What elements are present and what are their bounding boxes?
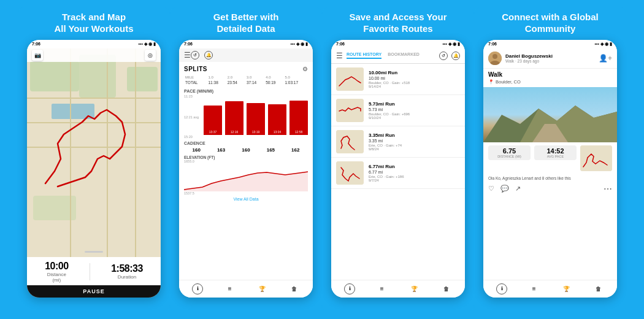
user-name: Daniel Boguszewski bbox=[505, 53, 599, 59]
pause-button[interactable]: PAUSE bbox=[27, 285, 161, 298]
route-item-4[interactable]: 6.77mi Run 6.77 mi Erie, CO · Gain: +186… bbox=[331, 158, 465, 189]
col-2: 2.0 bbox=[226, 75, 245, 80]
community-content: Walk 📍 Boulder, CO bbox=[483, 69, 617, 280]
route-thumb-svg-1 bbox=[336, 67, 364, 91]
trophy-icon-4[interactable]: 🏆 bbox=[561, 283, 572, 294]
trophy-icon-3[interactable]: 🏆 bbox=[408, 283, 420, 294]
trophy-icon[interactable]: 🏆 bbox=[256, 283, 267, 294]
bell-icon-3[interactable]: 🔔 bbox=[451, 52, 460, 60]
panel-routes-title: Save and Access YourFavorite Routes bbox=[350, 12, 447, 35]
info-icon-3[interactable]: ℹ bbox=[344, 283, 355, 294]
status-icons-4: ▪▪▪ ◈ ◉ ▮ bbox=[595, 42, 612, 47]
wifi-icon-2: ◈ bbox=[296, 42, 299, 47]
splits-content: SPLITS ⚙ MILE 1.0 2.0 3.0 4.0 5.0 TOTAL … bbox=[179, 62, 313, 280]
distance-box-label: DISTANCE (MI) bbox=[492, 155, 527, 158]
bar-wrapper-2: 12:16 bbox=[225, 101, 243, 135]
camera-icon[interactable]: 📷 bbox=[32, 50, 43, 61]
route-item-3[interactable]: 3.35mi Run 3.35 mi Erie, CO · Gain: +74 … bbox=[331, 126, 465, 158]
pace-bottom-val: 15:20 bbox=[184, 135, 308, 139]
route-date-1: 9/14/24 bbox=[369, 85, 460, 88]
list-icon[interactable]: ≡ bbox=[224, 283, 236, 294]
view-all-data[interactable]: View All Data bbox=[184, 197, 308, 201]
cadence-label: CADENCE bbox=[184, 141, 308, 145]
list-icon-3[interactable]: ≡ bbox=[377, 283, 388, 294]
tab-container: ROUTE HISTORY BOOKMARKED bbox=[347, 52, 420, 59]
route-item-2[interactable]: 5.73mi Run 5.73 mi Boulder, CO · Gain: +… bbox=[331, 95, 465, 126]
total-2: 23:54 bbox=[226, 80, 245, 85]
time-4: 7:06 bbox=[488, 42, 497, 46]
phone-frame-splits: 7:06 ▪▪▪ ◈ ◉ ▮ ☰ ↺ 🔔 SPLITS bbox=[179, 40, 313, 298]
bar-wrapper-5: 12:58 bbox=[289, 101, 308, 135]
compass-icon[interactable]: ◎ bbox=[145, 50, 156, 61]
map-nav-bar: 📷 ◎ bbox=[27, 48, 161, 62]
duration-label: Duration bbox=[111, 274, 143, 280]
hamburger-icon-3[interactable]: ☰ bbox=[336, 52, 343, 60]
route-name-1: 10.00mi Run bbox=[369, 70, 460, 75]
stats-overlay: 6.75 DISTANCE (MI) 14:52 AVG PACE bbox=[483, 142, 617, 174]
trash-icon[interactable]: 🗑 bbox=[289, 283, 300, 294]
route-date-3: 9/8/24 bbox=[369, 147, 460, 151]
route-thumb-svg-2 bbox=[336, 99, 364, 122]
location-icon-2: ◉ bbox=[301, 42, 304, 47]
bar-label-1: 13:37 bbox=[204, 130, 222, 134]
duration-value: 1:58:33 bbox=[111, 263, 143, 274]
pace-chart-label: PACE (MIN/MI) bbox=[184, 89, 308, 93]
signal-icon-2: ▪▪▪ bbox=[291, 42, 295, 46]
wifi-icon: ◈ bbox=[144, 42, 147, 47]
more-icon[interactable]: ⋯ bbox=[604, 184, 612, 194]
route-svg bbox=[27, 48, 161, 257]
likes-row: Ola Ko, Agnieszka Lenart and 8 others li… bbox=[483, 174, 617, 182]
hamburger-icon[interactable]: ☰ bbox=[184, 51, 191, 60]
heart-icon[interactable]: ♡ bbox=[488, 185, 494, 193]
route-thumb-3 bbox=[336, 130, 364, 153]
tab-route-history[interactable]: ROUTE HISTORY bbox=[347, 52, 381, 59]
elev-bottom: 1537.5 bbox=[184, 191, 308, 195]
cadence-section: CADENCE 160 163 160 165 162 bbox=[184, 141, 308, 153]
share-icon[interactable]: ↗ bbox=[515, 185, 521, 193]
time-1: 7:06 bbox=[32, 42, 40, 46]
panel-splits: Get Better withDetailed Data 7:06 ▪▪▪ ◈ … bbox=[170, 7, 322, 312]
elev-top: 1655.0 bbox=[184, 160, 308, 163]
pace-avg-label: 12:21 avg bbox=[184, 115, 199, 119]
panel-splits-title: Get Better withDetailed Data bbox=[213, 12, 279, 35]
stats-bar: 10:00 Distance(mi) 1:58:33 Duration bbox=[27, 257, 161, 285]
distance-value: 10:00 bbox=[45, 261, 68, 272]
route-thumb-2 bbox=[336, 99, 364, 122]
panel-community-title: Connect with a GlobalCommunity bbox=[502, 12, 599, 35]
history-icon[interactable]: ↺ bbox=[191, 51, 199, 60]
elev-svg bbox=[184, 164, 308, 191]
history-icon-3[interactable]: ↺ bbox=[439, 52, 448, 60]
battery-icon-3: ▮ bbox=[458, 42, 460, 47]
bottom-bar-2: ℹ ≡ 🏆 🗑 bbox=[179, 280, 313, 298]
status-icons-2: ▪▪▪ ◈ ◉ ▮ bbox=[291, 42, 308, 47]
tab-bookmarked[interactable]: BOOKMARKED bbox=[388, 52, 420, 59]
route-distance-1: 10.00 mi bbox=[369, 76, 460, 80]
bell-icon[interactable]: 🔔 bbox=[204, 51, 213, 60]
info-icon-4[interactable]: ℹ bbox=[496, 283, 507, 294]
cadence-4: 165 bbox=[267, 147, 275, 153]
status-icons-1: ▪▪▪ ◈ ◉ ▮ bbox=[139, 42, 156, 47]
phone-frame-track: 7:06 ▪▪▪ ◈ ◉ ▮ bbox=[27, 40, 161, 298]
bar-wrapper-3: 13:19 bbox=[247, 103, 265, 135]
battery-icon-2: ▮ bbox=[305, 42, 308, 47]
elevation-chart bbox=[184, 164, 308, 191]
add-user-icon[interactable]: 👤+ bbox=[599, 54, 612, 63]
gear-icon[interactable]: ⚙ bbox=[302, 66, 308, 72]
route-item-1[interactable]: 10.00mi Run 10.00 mi Boulder, CO · Gain:… bbox=[331, 64, 465, 95]
route-date-2: 9/10/24 bbox=[369, 116, 460, 120]
comment-icon[interactable]: 💬 bbox=[500, 185, 509, 193]
trash-icon-4[interactable]: 🗑 bbox=[593, 283, 604, 294]
info-icon[interactable]: ℹ bbox=[192, 283, 203, 294]
col-3: 3.0 bbox=[245, 75, 264, 80]
status-bar-2: 7:06 ▪▪▪ ◈ ◉ ▮ bbox=[179, 40, 313, 48]
route-date-4: 9/7/24 bbox=[369, 179, 460, 182]
total-5: 1:03:17 bbox=[283, 80, 308, 85]
svg-rect-3 bbox=[336, 161, 364, 185]
panel-routes: Save and Access YourFavorite Routes 7:06… bbox=[322, 7, 474, 312]
route-name-2: 5.73mi Run bbox=[369, 101, 460, 107]
list-icon-4[interactable]: ≡ bbox=[529, 283, 540, 294]
cadence-row: 160 163 160 165 162 bbox=[184, 147, 308, 153]
trash-icon-3[interactable]: 🗑 bbox=[441, 283, 452, 294]
total-1: 11:38 bbox=[207, 80, 226, 85]
splits-nav-icons: ↺ 🔔 bbox=[191, 51, 213, 60]
